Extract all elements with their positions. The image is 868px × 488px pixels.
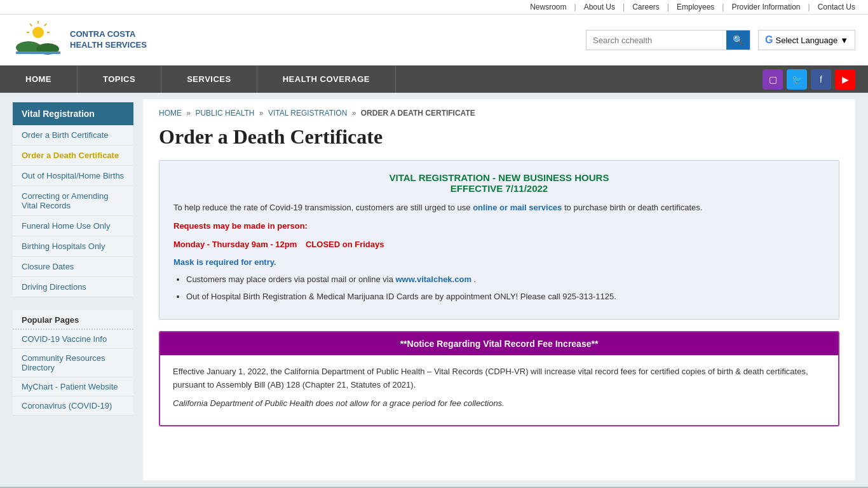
- page-wrapper: Vital Registration Order a Birth Certifi…: [0, 93, 868, 487]
- sidebar-item-correcting[interactable]: Correcting or Amending Vital Records: [13, 186, 133, 216]
- breadcrumb-vital-reg[interactable]: VITAL REGISTRATION: [268, 109, 347, 118]
- nav-topics[interactable]: TOPICS: [78, 65, 161, 93]
- popular-pages-section: Popular Pages COVID-19 Vaccine Info Comm…: [13, 310, 133, 416]
- facebook-icon[interactable]: f: [811, 69, 831, 90]
- svg-line-3: [30, 24, 32, 26]
- dropdown-arrow-icon: ▼: [840, 36, 848, 45]
- vitalchek-link[interactable]: www.vitalchek.com: [395, 274, 471, 284]
- mask-text: Mask is required for entry.: [173, 257, 825, 267]
- notice-para1: Effective January 1, 2022, the Californi…: [173, 365, 825, 392]
- sep5: |: [808, 3, 810, 11]
- in-person-line: Requests may be made in person:: [173, 220, 825, 233]
- main-content: HOME » PUBLIC HEALTH » VITAL REGISTRATIO…: [143, 99, 855, 480]
- bullet2: Out of Hospital Birth Registration & Med…: [186, 290, 825, 304]
- instagram-icon[interactable]: ▢: [763, 69, 783, 90]
- sidebar-item-home-births[interactable]: Out of Hospital/Home Births: [13, 166, 133, 186]
- bullet1: Customers may place orders via postal ma…: [186, 273, 825, 287]
- info-box-title: VITAL REGISTRATION - NEW BUSINESS HOURS …: [173, 172, 825, 194]
- logo-icon: [13, 21, 64, 59]
- sidebar-nav: Order a Birth Certificate Order a Death …: [13, 125, 133, 297]
- twitter-icon[interactable]: 🐦: [787, 69, 807, 90]
- sep4: |: [722, 3, 724, 11]
- social-icons: ▢ 🐦 f ▶: [763, 69, 868, 90]
- search-input[interactable]: [587, 32, 726, 49]
- search-button[interactable]: 🔍: [726, 30, 750, 50]
- utility-bar: Newsroom | About Us | Careers | Employee…: [0, 0, 868, 15]
- sep2: |: [623, 3, 625, 11]
- sidebar-item-birth-cert[interactable]: Order a Birth Certificate: [13, 125, 133, 146]
- sidebar-item-driving[interactable]: Driving Directions: [13, 277, 133, 297]
- page-title: Order a Death Certificate: [159, 125, 839, 149]
- notice-para2: California Department of Public Health d…: [173, 397, 825, 410]
- careers-link[interactable]: Careers: [632, 3, 660, 11]
- youtube-icon[interactable]: ▶: [835, 69, 855, 90]
- translate-label: Select Language: [776, 36, 838, 45]
- popular-nav: COVID-19 Vaccine Info Community Resource…: [13, 330, 133, 416]
- svg-point-5: [32, 27, 44, 38]
- breadcrumb-sep1: »: [186, 109, 191, 118]
- logo-text: CONTRA COSTA HEALTH SERVICES: [70, 29, 147, 51]
- nav-home[interactable]: HOME: [0, 65, 78, 93]
- breadcrumb-sep2: »: [259, 109, 264, 118]
- breadcrumb-home[interactable]: HOME: [159, 109, 182, 118]
- contact-link[interactable]: Contact Us: [818, 3, 855, 11]
- logo-area: CONTRA COSTA HEALTH SERVICES: [13, 21, 147, 59]
- sep3: |: [667, 3, 669, 11]
- popular-pages-title: Popular Pages: [13, 310, 133, 330]
- popular-community-resources[interactable]: Community Resources Directory: [13, 349, 133, 377]
- popular-covid-vaccine[interactable]: COVID-19 Vaccine Info: [13, 330, 133, 349]
- site-header: CONTRA COSTA HEALTH SERVICES 🔍 G Select …: [0, 15, 868, 65]
- translate-button[interactable]: G Select Language ▼: [758, 30, 855, 50]
- employees-link[interactable]: Employees: [677, 3, 714, 11]
- search-area: 🔍: [586, 30, 750, 50]
- sidebar-item-death-cert[interactable]: Order a Death Certificate: [13, 146, 133, 166]
- svg-line-1: [44, 24, 46, 26]
- popular-coronavirus[interactable]: Coronavirus (COVID-19): [13, 396, 133, 416]
- breadcrumb-sep3: »: [352, 109, 356, 118]
- google-icon: G: [765, 34, 773, 46]
- breadcrumb-current: ORDER A DEATH CERTIFICATE: [361, 109, 475, 118]
- sidebar-title: Vital Registration: [13, 102, 133, 125]
- hours-line: Monday - Thursday 9am - 12pm CLOSED on F…: [173, 238, 825, 252]
- notice-header: **Notice Regarding Vital Record Fee Incr…: [160, 332, 838, 355]
- popular-mychart[interactable]: MyChart - Patient Website: [13, 377, 133, 396]
- sidebar-item-funeral[interactable]: Funeral Home Use Only: [13, 216, 133, 236]
- about-link[interactable]: About Us: [584, 3, 615, 11]
- info-bullets: Customers may place orders via postal ma…: [186, 273, 825, 304]
- svg-rect-8: [16, 51, 60, 54]
- breadcrumb: HOME » PUBLIC HEALTH » VITAL REGISTRATIO…: [159, 109, 839, 118]
- sidebar: Vital Registration Order a Birth Certifi…: [0, 93, 133, 487]
- breadcrumb-public-health[interactable]: PUBLIC HEALTH: [195, 109, 254, 118]
- nav-services[interactable]: SERVICES: [161, 65, 257, 93]
- newsroom-link[interactable]: Newsroom: [530, 3, 566, 11]
- sidebar-item-birthing[interactable]: Birthing Hospitals Only: [13, 236, 133, 257]
- provider-link[interactable]: Provider Information: [731, 3, 800, 11]
- nav-bar: HOME TOPICS SERVICES HEALTH COVERAGE ▢ 🐦…: [0, 65, 868, 93]
- info-para1: To help reduce the rate of Covid-19 tran…: [173, 201, 825, 215]
- nav-health-coverage[interactable]: HEALTH COVERAGE: [257, 65, 396, 93]
- notice-body: Effective January 1, 2022, the Californi…: [160, 355, 838, 425]
- info-box: VITAL REGISTRATION - NEW BUSINESS HOURS …: [159, 160, 839, 320]
- search-box: 🔍: [586, 30, 750, 50]
- sep1: |: [574, 3, 576, 11]
- sidebar-item-closure[interactable]: Closure Dates: [13, 257, 133, 277]
- online-mail-link[interactable]: online or mail services: [473, 203, 562, 212]
- notice-box: **Notice Regarding Vital Record Fee Incr…: [159, 331, 839, 426]
